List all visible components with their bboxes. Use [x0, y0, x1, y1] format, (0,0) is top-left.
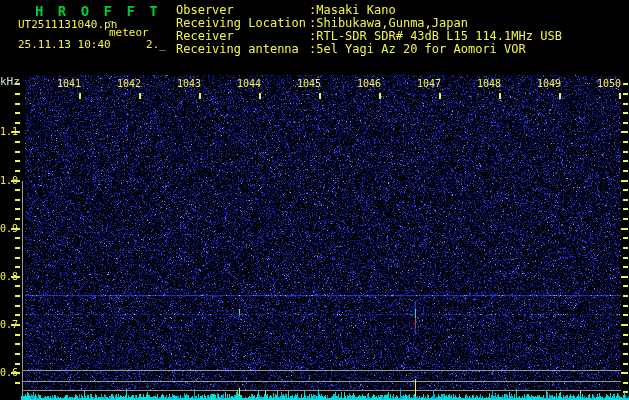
- spectrogram-canvas: [0, 0, 629, 400]
- x-axis-label: 1043: [171, 78, 201, 89]
- x-axis-label: 1042: [111, 78, 141, 89]
- filename-overlay-meteor: meteor: [109, 27, 149, 39]
- x-axis-label: 1050: [591, 78, 621, 89]
- x-axis-label: 1041: [51, 78, 81, 89]
- hrofft-screen: H R O F F T UT2511131040.pn ¨ meteor 25.…: [0, 0, 629, 400]
- field-value: :Masaki Kano: [309, 3, 396, 17]
- field-value: :RTL-SDR SDR# 43dB L15 114.1MHz USB: [309, 29, 562, 43]
- field-label: Receiving antenna: [176, 42, 299, 56]
- y-axis-label: 0.6: [0, 367, 17, 378]
- field-label: Receiver: [176, 29, 234, 43]
- y-axis-label: 1.1: [0, 126, 17, 137]
- x-axis-label: 1047: [411, 78, 441, 89]
- x-axis-label: 1046: [351, 78, 381, 89]
- app-title: H R O F F T: [35, 4, 161, 19]
- field-value: :5el Yagi Az 20 for Aomori VOR: [309, 42, 526, 56]
- y-axis-label: 0.9: [0, 223, 17, 234]
- counter: 2._: [146, 39, 166, 51]
- y-axis-label: 0.8: [0, 271, 17, 282]
- khz-axis-label: kHz: [0, 76, 20, 88]
- filename: UT2511131040.pn: [18, 19, 117, 31]
- field-label: Receiving Location: [176, 16, 306, 30]
- y-axis-label: 1.0: [0, 175, 17, 186]
- x-axis-label: 1044: [231, 78, 261, 89]
- field-value: :Shibukawa,Gunma,Japan: [309, 16, 468, 30]
- y-axis-label: 0.7: [0, 319, 17, 330]
- datetime: 25.11.13 10:40: [18, 39, 111, 51]
- x-axis-label: 1049: [531, 78, 561, 89]
- field-label: Observer: [176, 3, 234, 17]
- x-axis-label: 1045: [291, 78, 321, 89]
- x-axis-label: 1048: [471, 78, 501, 89]
